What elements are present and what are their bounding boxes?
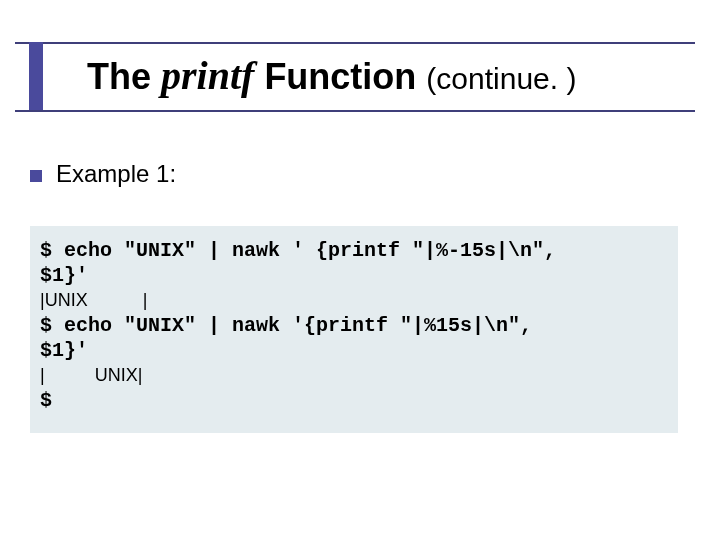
- title-accent-bar: [29, 42, 43, 112]
- bullet-item: Example 1:: [30, 160, 176, 188]
- code-example-box: $ echo "UNIX" | nawk ' {printf "|%-15s|\…: [30, 226, 678, 433]
- title-mid: Function: [254, 56, 426, 97]
- square-bullet-icon: [30, 170, 42, 182]
- title-bar: The printf Function (continue. ): [15, 46, 695, 106]
- title-continue: (continue. ): [426, 62, 576, 95]
- code-output-1: |UNIX |: [40, 290, 147, 310]
- bullet-label: Example 1:: [56, 160, 176, 188]
- title-prefix: The: [87, 56, 161, 97]
- code-line-7: $: [40, 389, 52, 412]
- code-line-1: $ echo "UNIX" | nawk ' {printf "|%-15s|\…: [40, 239, 556, 262]
- code-line-2: $1}': [40, 264, 88, 287]
- code-line-5: $1}': [40, 339, 88, 362]
- slide-title: The printf Function (continue. ): [87, 52, 576, 99]
- title-rule-bottom: [15, 110, 695, 112]
- code-output-2: | UNIX|: [40, 365, 142, 385]
- code-block: $ echo "UNIX" | nawk ' {printf "|%-15s|\…: [40, 238, 668, 413]
- slide: The printf Function (continue. ) Example…: [0, 0, 720, 540]
- title-emph: printf: [161, 53, 254, 98]
- code-line-4: $ echo "UNIX" | nawk '{printf "|%15s|\n"…: [40, 314, 532, 337]
- title-rule-top: [15, 42, 695, 44]
